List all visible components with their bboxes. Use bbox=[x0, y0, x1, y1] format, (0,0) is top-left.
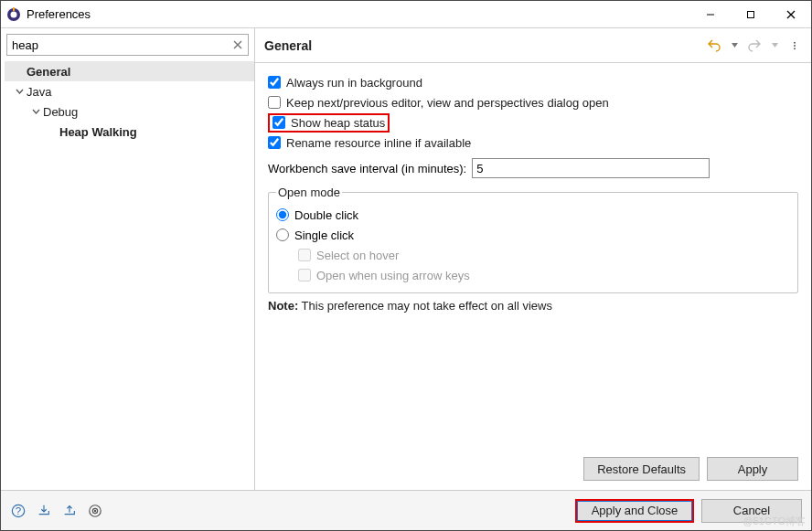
open-mode-group: Open mode Double click Single click Sele… bbox=[268, 186, 798, 293]
svg-text:?: ? bbox=[16, 504, 21, 515]
close-button[interactable] bbox=[771, 1, 811, 27]
preferences-window: Preferences General bbox=[0, 0, 812, 531]
forward-dropdown-icon[interactable] bbox=[767, 38, 782, 53]
titlebar: Preferences bbox=[1, 1, 811, 28]
note-row: Note: This preference may not take effec… bbox=[268, 299, 798, 313]
import-icon[interactable] bbox=[36, 503, 52, 519]
window-title: Preferences bbox=[27, 7, 690, 21]
view-menu-icon[interactable] bbox=[787, 38, 802, 53]
twisty-icon[interactable] bbox=[30, 106, 42, 118]
note-prefix: Note: bbox=[268, 299, 298, 313]
sidebar: General Java Debug Heap Walking bbox=[1, 28, 255, 490]
checkbox-input[interactable] bbox=[268, 96, 281, 109]
back-icon[interactable] bbox=[707, 38, 721, 53]
apply-button[interactable]: Apply bbox=[707, 457, 798, 481]
checkbox-input bbox=[298, 269, 311, 281]
svg-point-18 bbox=[94, 509, 96, 511]
open-mode-legend: Open mode bbox=[276, 186, 342, 199]
svg-point-1 bbox=[11, 11, 17, 17]
interval-label: Workbench save interval (in minutes): bbox=[268, 162, 466, 175]
radio-double-click[interactable]: Double click bbox=[276, 205, 790, 225]
checkbox-show-heap[interactable] bbox=[272, 116, 285, 129]
checkbox-keep-next[interactable]: Keep next/previous editor, view and pers… bbox=[268, 92, 798, 112]
checkbox-input bbox=[298, 249, 311, 261]
tree-item-heap-walking[interactable]: Heap Walking bbox=[5, 122, 254, 142]
radio-input[interactable] bbox=[276, 228, 289, 241]
content-area: Always run in background Keep next/previ… bbox=[255, 63, 811, 490]
preference-tree: General Java Debug Heap Walking bbox=[1, 59, 254, 142]
restore-defaults-button[interactable]: Restore Defaults bbox=[583, 457, 700, 481]
checkbox-show-heap-highlight: Show heap status bbox=[268, 113, 390, 133]
svg-marker-9 bbox=[732, 43, 738, 48]
forward-icon[interactable] bbox=[747, 38, 762, 53]
checkbox-input[interactable] bbox=[268, 136, 281, 149]
radio-input[interactable] bbox=[276, 208, 289, 221]
export-icon[interactable] bbox=[61, 503, 78, 519]
help-icon[interactable]: ? bbox=[10, 503, 27, 519]
svg-rect-4 bbox=[748, 11, 754, 17]
checkbox-select-hover: Select on hover bbox=[298, 245, 790, 265]
checkbox-input[interactable] bbox=[268, 76, 281, 89]
checkbox-open-arrows: Open when using arrow keys bbox=[298, 265, 790, 285]
note-text: This preference may not take effect on a… bbox=[302, 299, 552, 313]
oomph-icon[interactable] bbox=[87, 503, 103, 519]
svg-point-13 bbox=[794, 48, 796, 49]
tree-item-general[interactable]: General bbox=[5, 61, 254, 81]
tree-item-java[interactable]: Java bbox=[5, 81, 254, 101]
app-icon bbox=[6, 7, 21, 22]
back-dropdown-icon[interactable] bbox=[727, 38, 742, 53]
twisty-icon[interactable] bbox=[14, 86, 26, 98]
checkbox-always-bg[interactable]: Always run in background bbox=[268, 72, 798, 92]
clear-search-icon[interactable] bbox=[230, 37, 245, 52]
window-controls bbox=[690, 1, 811, 27]
svg-rect-2 bbox=[13, 7, 15, 11]
svg-marker-10 bbox=[772, 43, 778, 48]
page-title: General bbox=[264, 38, 707, 53]
maximize-button[interactable] bbox=[731, 1, 771, 27]
minimize-button[interactable] bbox=[690, 1, 731, 27]
apply-close-button[interactable]: Apply and Close bbox=[575, 499, 694, 523]
svg-point-11 bbox=[794, 41, 796, 43]
interval-input[interactable] bbox=[472, 158, 710, 178]
checkbox-rename-inline[interactable]: Rename resource inline if available bbox=[268, 133, 798, 153]
cancel-button[interactable]: Cancel bbox=[701, 499, 802, 523]
search-input[interactable] bbox=[6, 34, 249, 56]
page-header: General bbox=[255, 28, 811, 63]
svg-point-12 bbox=[794, 45, 796, 47]
bottom-bar: ? Apply and Close Cancel bbox=[1, 490, 811, 530]
tree-item-debug[interactable]: Debug bbox=[5, 101, 254, 122]
radio-single-click[interactable]: Single click bbox=[276, 225, 790, 245]
